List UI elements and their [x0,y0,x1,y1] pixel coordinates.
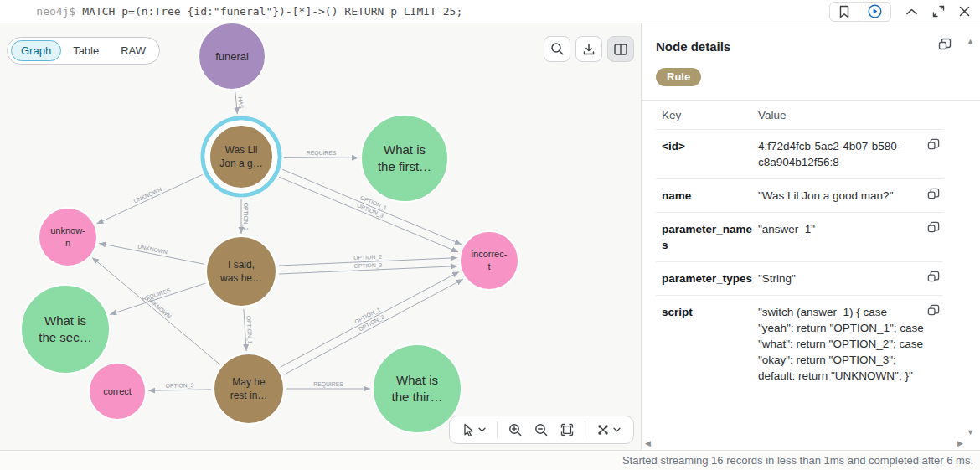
row-key: <id> [662,138,758,170]
chevron-down-icon [478,427,486,432]
property-row: <id> 4:f72d4fcb-5ac2-4b07-b580-c8a904b12… [656,129,943,178]
query-actions-group [829,2,891,22]
edge-label: UNKNOWN [146,296,173,319]
graph-node-unknown[interactable] [39,208,97,266]
graph-node-q1[interactable] [209,125,273,189]
toolbar-divider [585,421,585,438]
query-prompt: neo4j$ [36,5,75,18]
graph-panel: HASREQUIRESUNKNOWNOPTION_2OPTION_1OPTION… [0,23,642,450]
run-query-button[interactable] [859,3,890,21]
toolbar-divider [497,421,498,438]
collapse-editor-button[interactable] [905,8,918,16]
graph-edge-unknown[interactable] [92,257,219,364]
property-row: script "switch (answer_1) { case "yeah":… [656,295,943,392]
scroll-left-arrow[interactable]: ◀ [645,439,651,447]
copy-icon [927,271,940,283]
row-value: "Was Lil Jon a good man?" [758,188,924,204]
toggle-details-panel-button[interactable] [607,36,634,62]
copy-value-button[interactable] [927,304,940,318]
fullscreen-button[interactable] [932,5,945,18]
query-editor-bar[interactable]: neo4j$MATCH p=(n:Tree {id:"funeral"})-[*… [0,0,980,23]
edge-label: OPTION_3 [166,382,194,390]
copy-all-button[interactable] [938,38,952,54]
value-column-header: Value [758,109,787,121]
graph-node-a2[interactable] [21,285,110,374]
chevron-up-icon [905,8,918,16]
copy-icon [927,138,940,151]
edge-label: OPTION_2 [242,203,249,231]
copy-icon [927,221,940,234]
panel-title: Node details [656,39,943,54]
key-column-header: Key [662,109,758,121]
copy-value-button[interactable] [927,188,940,201]
zoom-in-button[interactable] [503,423,529,437]
graph-node-a3[interactable] [373,344,462,433]
edge-label: HAS [237,96,244,109]
copy-value-button[interactable] [927,138,940,152]
graph-edge-option_3[interactable] [148,390,211,390]
scroll-down-arrow[interactable]: ▼ [967,428,974,436]
edge-label: OPTION_1 [245,316,253,344]
row-value: "switch (answer_1) { case "yeah": return… [758,304,924,384]
row-key: parameter_types [662,271,758,287]
edge-label: REQUIRES [307,150,337,157]
scroll-right-arrow[interactable]: ▶ [957,439,963,447]
query-input[interactable]: neo4j$MATCH p=(n:Tree {id:"funeral"})-[*… [10,0,462,30]
layout-options-button[interactable] [591,423,627,436]
row-value: 4:f72d4fcb-5ac2-4b07-b580-c8a904b12f56:8 [758,138,924,170]
bookmark-icon [838,5,850,18]
row-key: script [662,304,758,384]
row-key: parameter_names [662,221,758,253]
edge-label: REQUIRES [142,287,173,303]
graph-edge-unknown[interactable] [96,174,202,224]
copy-value-button[interactable] [927,221,940,235]
row-value: "answer_1" [758,221,924,253]
search-nodes-button[interactable] [544,36,570,62]
graph-node-a1[interactable] [361,115,448,202]
split-panel-icon [614,44,627,55]
fit-screen-icon [560,423,574,436]
view-tabs: Graph Table RAW [7,37,160,65]
play-circle-icon [868,4,882,18]
pointer-tool-button[interactable] [456,423,492,436]
node-label: funeral [215,50,249,63]
close-icon [959,6,970,17]
node-label: correct [103,386,132,396]
edge-label: OPTION_2 [353,254,382,261]
bookmark-button[interactable] [830,3,859,21]
search-icon [550,42,565,56]
tab-raw[interactable]: RAW [111,40,156,61]
edge-label: OPTION_3 [354,262,383,270]
node-label-badge[interactable]: Rule [656,68,701,86]
copy-value-button[interactable] [927,271,940,284]
row-key: name [662,188,758,204]
kv-header: Key Value [656,101,943,129]
graph-canvas[interactable]: HASREQUIRESUNKNOWNOPTION_2OPTION_1OPTION… [0,23,641,450]
graph-header-buttons [544,36,634,62]
close-frame-button[interactable] [959,6,970,17]
graph-edge-has[interactable] [235,92,237,114]
row-value: "String" [758,271,924,287]
download-icon [582,43,596,56]
tab-table[interactable]: Table [63,40,109,61]
tab-graph[interactable]: Graph [11,40,61,61]
property-row: parameter_types "String" [656,261,943,295]
graph-toolbar [449,416,634,444]
download-graph-button[interactable] [575,36,602,62]
copy-icon [938,38,952,51]
graph-node-incorrect[interactable] [460,231,518,290]
graph-node-q3[interactable] [214,354,284,424]
zoom-to-fit-button[interactable] [554,423,580,436]
edge-label: REQUIRES [313,381,343,388]
status-bar: Started streaming 16 records in less tha… [0,450,980,470]
scroll-up-arrow[interactable]: ▲ [967,37,974,45]
zoom-out-button[interactable] [529,423,554,437]
graph-node-q2[interactable] [206,236,276,307]
chevron-down-icon [613,427,621,432]
expand-icon [932,5,945,18]
property-row: name "Was Lil Jon a good man?" [656,178,943,212]
zoom-out-icon [534,423,549,437]
result-frame: HASREQUIRESUNKNOWNOPTION_2OPTION_1OPTION… [0,23,980,450]
edge-label: UNKNOWN [137,244,168,256]
graph-edge-requires[interactable] [284,158,358,158]
